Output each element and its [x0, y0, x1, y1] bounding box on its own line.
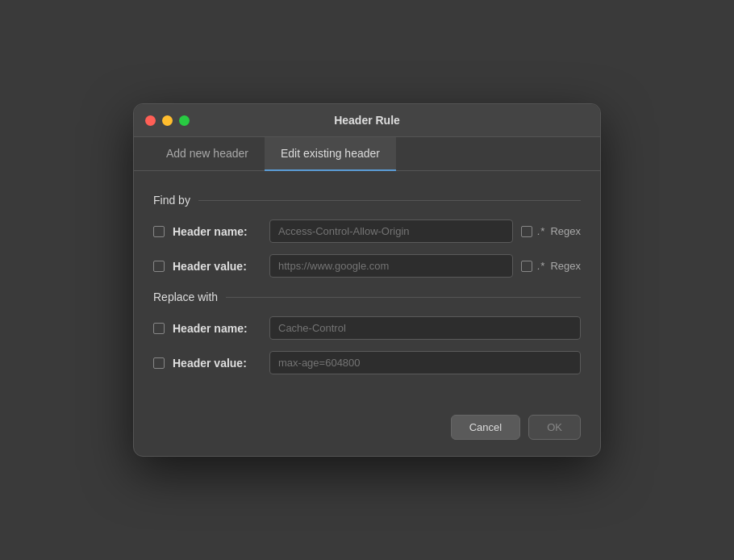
find-header-name-row: Header name: .* Regex — [153, 219, 581, 243]
find-header-value-regex-group: .* Regex — [521, 260, 581, 272]
replace-header-value-row: Header value: — [153, 351, 581, 374]
dialog-title: Header Rule — [334, 114, 400, 127]
replace-header-name-label: Header name: — [173, 322, 261, 335]
replace-header-value-checkbox[interactable] — [153, 357, 165, 369]
find-header-value-label: Header value: — [173, 260, 261, 273]
replace-header-name-checkbox[interactable] — [153, 323, 165, 334]
replace-with-divider — [226, 297, 581, 298]
find-header-name-regex-label: .* Regex — [537, 225, 581, 237]
close-button[interactable] — [145, 115, 156, 126]
replace-header-name-row: Header name: — [153, 316, 581, 340]
replace-header-value-label: Header value: — [173, 357, 261, 370]
find-header-value-checkbox[interactable] — [153, 261, 165, 272]
replace-with-section-header: Replace with — [153, 290, 581, 303]
dialog-body: Find by Header name: .* Regex Header val… — [134, 171, 600, 405]
find-header-name-checkbox[interactable] — [153, 226, 165, 237]
tab-bar: Add new header Edit existing header — [134, 137, 600, 171]
header-rule-dialog: Header Rule Add new header Edit existing… — [133, 103, 601, 457]
find-header-name-input[interactable] — [269, 219, 513, 243]
ok-button[interactable]: OK — [528, 415, 581, 440]
find-header-value-row: Header value: .* Regex — [153, 254, 581, 278]
find-header-value-regex-checkbox[interactable] — [521, 261, 532, 272]
tab-edit-existing-header[interactable]: Edit existing header — [265, 137, 396, 171]
find-header-name-regex-checkbox[interactable] — [521, 226, 532, 237]
minimize-button[interactable] — [162, 115, 173, 126]
find-by-section-header: Find by — [153, 194, 581, 207]
title-bar: Header Rule — [134, 104, 600, 137]
find-header-value-regex-label: .* Regex — [537, 260, 581, 272]
find-header-name-label: Header name: — [173, 225, 261, 238]
find-header-value-input[interactable] — [269, 254, 513, 278]
replace-header-value-input[interactable] — [269, 351, 581, 374]
maximize-button[interactable] — [179, 115, 190, 126]
dialog-footer: Cancel OK — [134, 405, 600, 456]
find-header-name-regex-group: .* Regex — [521, 225, 581, 237]
cancel-button[interactable]: Cancel — [451, 415, 520, 440]
find-by-divider — [198, 200, 581, 201]
replace-header-name-input[interactable] — [269, 316, 581, 340]
find-by-label: Find by — [153, 194, 198, 207]
tab-add-new-header[interactable]: Add new header — [150, 137, 265, 171]
traffic-lights — [145, 115, 190, 126]
replace-with-label: Replace with — [153, 290, 226, 303]
